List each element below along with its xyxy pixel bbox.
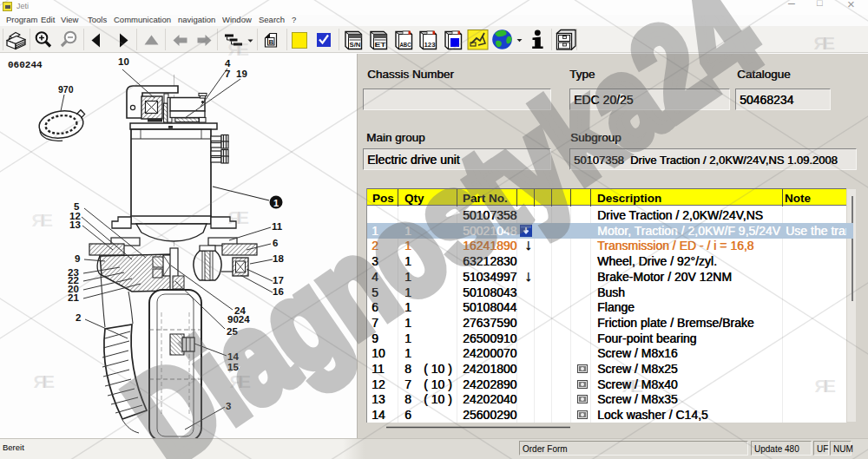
svg-text:21: 21 <box>68 292 79 303</box>
svg-text:ET: ET <box>375 41 386 49</box>
svg-text:3: 3 <box>226 401 231 411</box>
svg-text:ABC: ABC <box>400 41 411 49</box>
svg-text:9: 9 <box>75 253 80 264</box>
svg-text:S/N: S/N <box>350 41 361 49</box>
svg-text:10: 10 <box>118 56 129 67</box>
svg-text:16: 16 <box>273 286 284 297</box>
svg-text:7: 7 <box>225 69 230 79</box>
svg-text:11: 11 <box>272 221 283 232</box>
svg-text:17: 17 <box>273 275 284 285</box>
svg-text:B: B <box>268 38 273 46</box>
svg-text:123: 123 <box>424 41 437 49</box>
svg-text:970: 970 <box>58 84 74 95</box>
svg-text:1: 1 <box>273 198 279 208</box>
svg-text:15: 15 <box>227 362 239 372</box>
svg-text:060244: 060244 <box>8 60 43 70</box>
svg-text:9024: 9024 <box>227 314 250 325</box>
svg-text:25: 25 <box>227 326 238 337</box>
svg-text:4: 4 <box>225 58 231 69</box>
svg-text:13: 13 <box>69 220 81 230</box>
svg-text:14: 14 <box>227 351 239 362</box>
svg-text:19: 19 <box>236 69 247 79</box>
svg-text:6: 6 <box>273 238 278 248</box>
svg-text:18: 18 <box>273 253 284 264</box>
svg-text:2: 2 <box>76 312 81 323</box>
